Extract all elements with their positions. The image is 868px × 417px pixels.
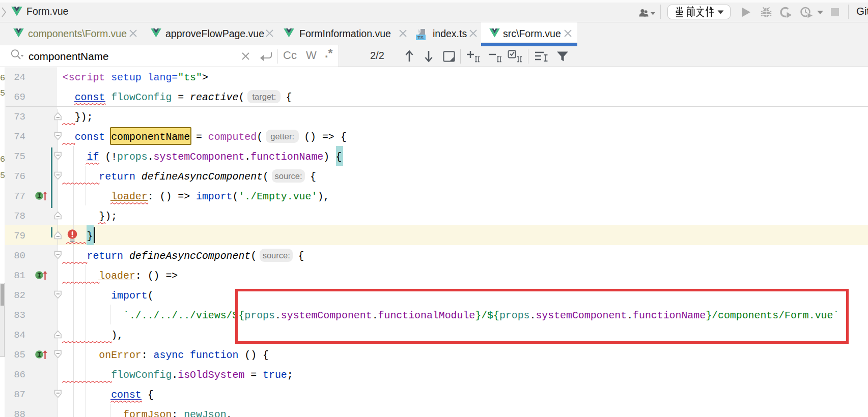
svg-text:TS: TS [417,35,424,40]
